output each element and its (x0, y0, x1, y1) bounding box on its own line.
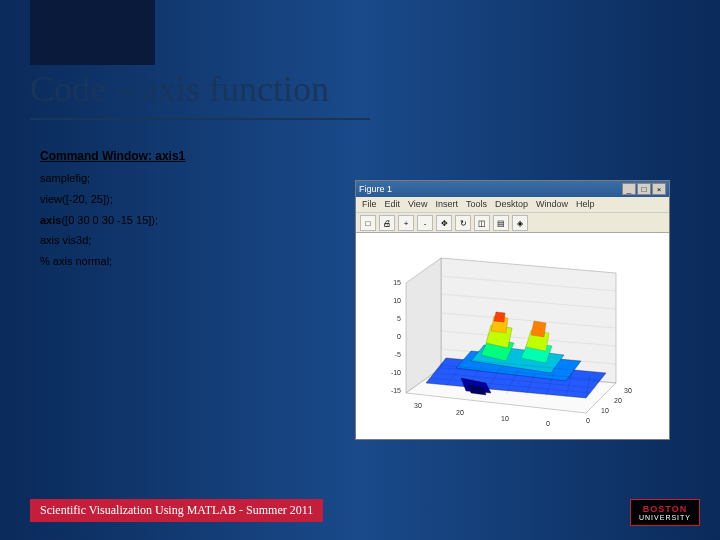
page-title: Code – axis function (30, 68, 329, 110)
svg-text:-15: -15 (391, 387, 401, 394)
title-underline (30, 118, 370, 120)
svg-text:10: 10 (501, 415, 509, 422)
colorbar-icon[interactable]: ▤ (493, 215, 509, 231)
menu-tools[interactable]: Tools (466, 199, 487, 210)
svg-text:0: 0 (546, 420, 550, 427)
rotate-icon[interactable]: ↻ (455, 215, 471, 231)
code-line: view([-20, 25]); (40, 189, 340, 210)
surface-plot: 15 10 5 0 -5 -10 -15 30 20 10 0 0 10 20 … (386, 243, 656, 433)
menu-file[interactable]: File (362, 199, 377, 210)
boston-university-logo: BOSTON UNIVERSITY (630, 499, 700, 526)
zoom-out-icon[interactable]: - (417, 215, 433, 231)
datatip-icon[interactable]: ◫ (474, 215, 490, 231)
print-icon[interactable]: 🖨 (379, 215, 395, 231)
svg-text:-10: -10 (391, 369, 401, 376)
command-window-header: Command Window: axis1 (40, 145, 340, 168)
legend-icon[interactable]: ◈ (512, 215, 528, 231)
decorative-corner-box (30, 0, 155, 65)
menu-help[interactable]: Help (576, 199, 595, 210)
code-line: axis vis3d; (40, 230, 340, 251)
plot-canvas[interactable]: 15 10 5 0 -5 -10 -15 30 20 10 0 0 10 20 … (356, 233, 669, 439)
code-line: axis([0 30 0 30 -15 15]); (40, 210, 340, 231)
svg-text:-5: -5 (395, 351, 401, 358)
menu-window[interactable]: Window (536, 199, 568, 210)
footer-label: Scientific Visualization Using MATLAB - … (30, 499, 323, 522)
menu-desktop[interactable]: Desktop (495, 199, 528, 210)
zoom-in-icon[interactable]: + (398, 215, 414, 231)
svg-text:10: 10 (393, 297, 401, 304)
menu-insert[interactable]: Insert (435, 199, 458, 210)
minimize-button[interactable]: _ (622, 183, 636, 195)
svg-marker-29 (494, 312, 505, 322)
new-icon[interactable]: □ (360, 215, 376, 231)
svg-text:20: 20 (456, 409, 464, 416)
figure-titlebar[interactable]: Figure 1 _ □ × (356, 181, 669, 197)
close-button[interactable]: × (652, 183, 666, 195)
menu-edit[interactable]: Edit (385, 199, 401, 210)
pan-icon[interactable]: ✥ (436, 215, 452, 231)
menu-view[interactable]: View (408, 199, 427, 210)
svg-text:5: 5 (397, 315, 401, 322)
svg-text:15: 15 (393, 279, 401, 286)
svg-text:0: 0 (586, 417, 590, 424)
figure-menubar: File Edit View Insert Tools Desktop Wind… (356, 197, 669, 213)
maximize-button[interactable]: □ (637, 183, 651, 195)
svg-text:0: 0 (397, 333, 401, 340)
code-line: samplefig; (40, 168, 340, 189)
svg-text:30: 30 (624, 387, 632, 394)
code-line: % axis normal; (40, 251, 340, 272)
figure-title: Figure 1 (359, 184, 392, 194)
svg-text:10: 10 (601, 407, 609, 414)
svg-text:30: 30 (414, 402, 422, 409)
code-block: Command Window: axis1 samplefig; view([-… (40, 145, 340, 272)
svg-text:20: 20 (614, 397, 622, 404)
matlab-figure-window: Figure 1 _ □ × File Edit View Insert Too… (355, 180, 670, 440)
figure-toolbar: □ 🖨 + - ✥ ↻ ◫ ▤ ◈ (356, 213, 669, 233)
